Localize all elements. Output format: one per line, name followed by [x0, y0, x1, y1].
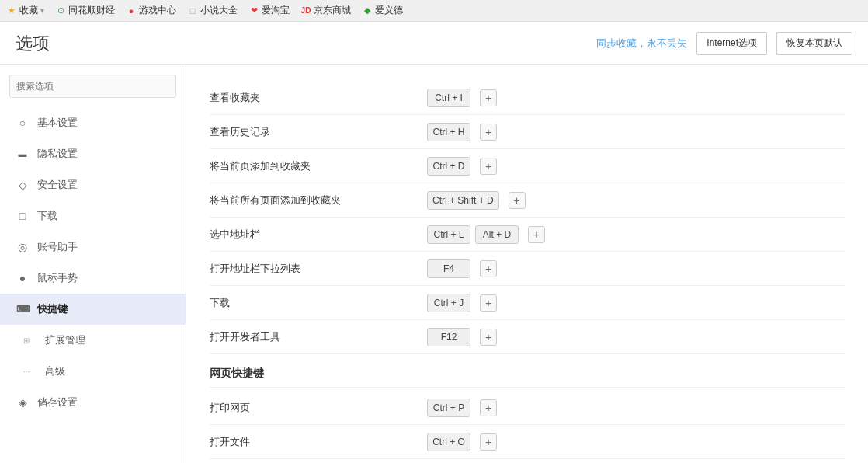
bookmark-item-jd[interactable]: JD 京东商城 [300, 4, 351, 17]
bookmark-label: 收藏 [19, 4, 38, 17]
sidebar-item-security[interactable]: ◇ 安全设置 [0, 169, 186, 200]
add-shortcut-button[interactable]: + [480, 433, 497, 451]
key-badge: Ctrl + J [427, 294, 470, 312]
sync-link[interactable]: 同步收藏，永不丢失 [596, 37, 687, 50]
sidebar-label-account: 账号助手 [37, 240, 78, 254]
security-icon: ◇ [16, 178, 30, 192]
search-input[interactable] [16, 81, 169, 92]
table-row: 打开地址栏下拉列表F4+ [210, 252, 845, 286]
mouse-icon: ● [16, 271, 30, 285]
content-area: 查看收藏夹Ctrl + I+查看历史记录Ctrl + H+将当前页添加到收藏夹C… [186, 65, 868, 463]
table-row: 保存网页Ctrl + S+ [210, 459, 845, 463]
shortcut-label: 下载 [210, 296, 427, 310]
table-row: 打印网页Ctrl + P+ [210, 391, 845, 425]
storage-icon: ◈ [16, 395, 30, 409]
shortcut-label: 将当前所有页面添加到收藏夹 [210, 193, 427, 207]
bookmark-label: 同花顺财经 [68, 4, 115, 17]
add-shortcut-button[interactable]: + [480, 294, 497, 312]
sidebar-item-download[interactable]: □ 下载 [0, 200, 186, 232]
shortcut-keys: Ctrl + LAlt + D+ [427, 225, 845, 244]
sidebar-label-extensions: 扩展管理 [45, 333, 85, 347]
jd-icon: JD [300, 5, 311, 16]
sidebar-label-shortcuts: 快捷键 [37, 302, 68, 316]
sidebar-item-privacy[interactable]: ▬ 隐私设置 [0, 138, 186, 169]
add-shortcut-button[interactable]: + [528, 226, 545, 243]
games-icon: ● [126, 5, 137, 16]
table-row: 查看收藏夹Ctrl + I+ [210, 81, 845, 115]
bookmark-bar: ★ 收藏 ▾ ⊙ 同花顺财经 ● 游戏中心 □ 小说大全 ❤ 爱淘宝 JD 京东… [0, 0, 868, 22]
shortcut-keys: Ctrl + Shift + D+ [427, 191, 845, 210]
sidebar-label-download: 下载 [37, 209, 57, 223]
sidebar-item-storage[interactable]: ◈ 储存设置 [0, 387, 186, 418]
shortcut-label: 选中地址栏 [210, 228, 427, 242]
sidebar-label-storage: 储存设置 [37, 395, 78, 409]
table-row: 将当前所有页面添加到收藏夹Ctrl + Shift + D+ [210, 183, 845, 218]
sidebar: ○ 基本设置 ▬ 隐私设置 ◇ 安全设置 □ 下载 ◎ 账号助手 ● 鼠标手势 … [0, 65, 186, 463]
add-shortcut-button[interactable]: + [509, 192, 526, 209]
shortcuts-icon: ⌨ [16, 302, 30, 316]
table-row: 打开文件Ctrl + O+ [210, 425, 845, 459]
bookmark-label: 小说大全 [200, 4, 238, 17]
bookmark-item-favorites[interactable]: ★ 收藏 ▾ [6, 4, 44, 17]
add-shortcut-button[interactable]: + [480, 329, 497, 346]
restore-defaults-button[interactable]: 恢复本页默认 [776, 32, 852, 55]
table-row: 将当前页添加到收藏夹Ctrl + D+ [210, 149, 845, 183]
internet-options-button[interactable]: Internet选项 [696, 32, 767, 55]
sidebar-label-basic: 基本设置 [37, 116, 78, 130]
bookmark-label: 爱淘宝 [262, 4, 290, 17]
sidebar-item-about[interactable]: ··· 高级 [0, 356, 186, 387]
section-title-webpage: 网页快捷键 [210, 354, 845, 388]
top-shortcuts-list: 查看收藏夹Ctrl + I+查看历史记录Ctrl + H+将当前页添加到收藏夹C… [210, 81, 845, 354]
shortcut-label: 打开地址栏下拉列表 [210, 262, 427, 276]
aiyide-icon: ◆ [362, 5, 373, 16]
bookmark-label: 爱义德 [375, 4, 403, 17]
shortcut-label: 打印网页 [210, 401, 427, 415]
bookmark-item-aiyide[interactable]: ◆ 爱义德 [362, 4, 403, 17]
shortcut-keys: Ctrl + J+ [427, 294, 845, 312]
shortcut-label: 查看历史记录 [210, 125, 427, 139]
search-box[interactable] [9, 75, 176, 98]
shortcut-keys: Ctrl + H+ [427, 123, 845, 141]
key-badge: Alt + D [475, 225, 519, 244]
sidebar-label-mouse: 鼠标手势 [37, 271, 78, 285]
bookmark-item-taobao[interactable]: ❤ 爱淘宝 [248, 4, 290, 17]
sidebar-item-extensions[interactable]: ⊞ 扩展管理 [0, 325, 186, 356]
key-badge: Ctrl + D [427, 157, 470, 176]
shortcut-label: 打开文件 [210, 435, 427, 449]
star-icon: ★ [6, 5, 17, 16]
add-shortcut-button[interactable]: + [480, 158, 497, 175]
table-row: 打开开发者工具F12+ [210, 320, 845, 354]
account-icon: ◎ [16, 240, 30, 254]
shortcut-keys: F12+ [427, 328, 845, 346]
sidebar-label-privacy: 隐私设置 [37, 147, 78, 161]
bookmark-item-games[interactable]: ● 游戏中心 [126, 4, 176, 17]
key-badge: Ctrl + P [427, 399, 470, 417]
add-shortcut-button[interactable]: + [480, 89, 497, 106]
key-badge: F4 [427, 259, 470, 278]
add-shortcut-button[interactable]: + [480, 399, 497, 416]
table-row: 选中地址栏Ctrl + LAlt + D+ [210, 218, 845, 252]
key-badge: Ctrl + H [427, 123, 470, 141]
header-actions: 同步收藏，永不丢失 Internet选项 恢复本页默认 [596, 32, 852, 55]
bookmark-item-tonghuashun[interactable]: ⊙ 同花顺财经 [55, 4, 115, 17]
bookmark-label: 京东商城 [314, 4, 351, 17]
circle-icon: ⊙ [55, 5, 66, 16]
page-header: 选项 同步收藏，永不丢失 Internet选项 恢复本页默认 [0, 22, 868, 65]
extensions-sub-icon: ⊞ [16, 334, 37, 346]
table-row: 下载Ctrl + J+ [210, 286, 845, 320]
privacy-icon: ▬ [16, 147, 30, 161]
download-icon: □ [16, 209, 30, 223]
bottom-shortcuts-list: 打印网页Ctrl + P+打开文件Ctrl + O+保存网页Ctrl + S+将… [210, 391, 845, 463]
sidebar-item-mouse[interactable]: ● 鼠标手势 [0, 263, 186, 294]
add-shortcut-button[interactable]: + [480, 124, 497, 141]
bookmark-item-novels[interactable]: □ 小说大全 [187, 4, 238, 17]
sidebar-item-account[interactable]: ◎ 账号助手 [0, 232, 186, 263]
add-shortcut-button[interactable]: + [480, 260, 497, 277]
shortcut-keys: Ctrl + O+ [427, 433, 845, 451]
sidebar-item-shortcuts[interactable]: ⌨ 快捷键 [0, 294, 186, 325]
table-row: 查看历史记录Ctrl + H+ [210, 115, 845, 149]
shortcut-label: 将当前页添加到收藏夹 [210, 159, 427, 173]
bookmark-label: 游戏中心 [139, 4, 176, 17]
shortcut-keys: Ctrl + P+ [427, 399, 845, 417]
sidebar-item-basic[interactable]: ○ 基本设置 [0, 107, 186, 138]
